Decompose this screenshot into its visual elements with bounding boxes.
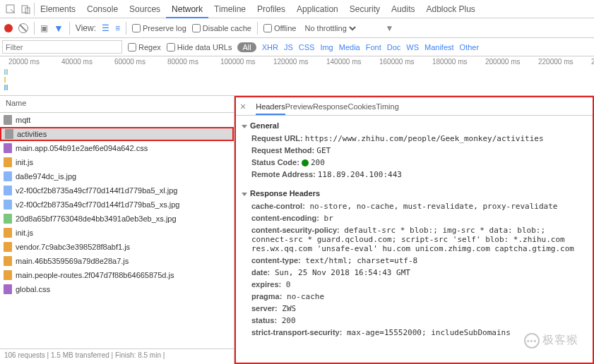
svg-rect-7 [4, 171, 12, 181]
timeline-overview[interactable]: 20000 ms40000 ms60000 ms80000 ms100000 m… [0, 56, 594, 96]
request-row[interactable]: mqtt [0, 113, 234, 127]
svg-rect-13 [4, 256, 12, 266]
filter-type-doc[interactable]: Doc [387, 43, 401, 51]
preserve-log-checkbox[interactable]: Preserve log [132, 24, 186, 32]
svg-rect-8 [4, 186, 12, 195]
filter-icon[interactable]: ▼ [54, 23, 64, 34]
name-column-header[interactable]: Name [0, 96, 234, 113]
close-icon[interactable]: × [240, 101, 246, 112]
throttle-dropdown-icon[interactable]: ▼ [385, 23, 393, 33]
main-panel: Name mqttactivitiesmain.app.054b91e2aef6… [0, 96, 594, 364]
network-toolbar: ▣ ▼ View: ☰ ≡ Preserve log Disable cache… [0, 18, 594, 38]
request-row[interactable]: vendor.7c9abc3e398528f8abf1.js [0, 240, 234, 254]
svg-rect-15 [4, 284, 12, 294]
request-list: mqttactivitiesmain.app.054b91e2aef6e094a… [0, 113, 234, 348]
request-row[interactable]: global.css [0, 282, 234, 296]
timeline-tick: 180000 ms [432, 58, 485, 66]
tab-profiles[interactable]: Profiles [251, 1, 291, 17]
header-row: status: 200 [242, 315, 587, 327]
header-row: expires: 0 [242, 279, 587, 291]
img-icon [3, 186, 13, 195]
response-headers-section[interactable]: Response Headers [242, 186, 587, 200]
img-icon [3, 200, 13, 210]
request-row[interactable]: v2-f00cf2b8735a49cf770d144f1d779ba5_xl.j… [0, 183, 234, 198]
filter-type-other[interactable]: Other [460, 43, 480, 51]
request-row[interactable]: main.app.054b91e2aef6e094a642.css [0, 141, 234, 155]
filter-type-xhr[interactable]: XHR [262, 43, 278, 51]
header-row: cache-control: no-store, no-cache, must-… [242, 200, 587, 212]
view-large-icon[interactable]: ☰ [102, 23, 109, 33]
timeline-tick: 240 [591, 58, 594, 66]
tab-adblock-plus[interactable]: Adblock Plus [420, 1, 480, 17]
request-name: mqtt [16, 116, 30, 124]
request-row[interactable]: 20d8a65bf7763048de4bb3491a0eb3eb_xs.jpg [0, 212, 234, 226]
header-row: server: ZWS [242, 303, 587, 315]
tab-application[interactable]: Application [291, 1, 344, 17]
filter-type-all[interactable]: All [237, 42, 256, 52]
filter-type-ws[interactable]: WS [406, 43, 419, 51]
request-name: v2-f00cf2b8735a49cf770d144f1d779ba5_xl.j… [16, 186, 177, 195]
tab-network[interactable]: Network [166, 1, 208, 18]
svg-rect-10 [4, 214, 12, 224]
js-icon [3, 157, 13, 167]
filter-type-css[interactable]: CSS [299, 43, 315, 51]
general-section[interactable]: General [242, 119, 587, 133]
detail-tab-headers[interactable]: Headers [256, 102, 285, 115]
request-row[interactable]: da8e974dc_is.jpg [0, 169, 234, 183]
detail-tab-preview[interactable]: Preview [285, 102, 313, 111]
tab-elements[interactable]: Elements [35, 1, 81, 17]
offline-checkbox[interactable]: Offline [263, 24, 297, 32]
headers-content: General Request URL: https://www.zhihu.c… [236, 116, 593, 363]
request-row[interactable]: main.46b5359569a79d8e28a7.js [0, 254, 234, 268]
request-row[interactable]: init.js [0, 155, 234, 169]
regex-checkbox[interactable]: Regex [128, 43, 161, 51]
filter-type-img[interactable]: Img [320, 43, 333, 51]
css-icon [3, 284, 13, 294]
header-row: pragma: no-cache [242, 291, 587, 303]
request-name: da8e974dc_is.jpg [16, 172, 76, 181]
detail-tab-timing[interactable]: Timing [376, 102, 399, 111]
detail-tab-response[interactable]: Response [313, 102, 348, 111]
camera-icon[interactable]: ▣ [40, 23, 48, 33]
img-icon [3, 214, 13, 224]
top-tabs-bar: ElementsConsoleSourcesNetworkTimelinePro… [0, 0, 594, 18]
request-name: 20d8a65bf7763048de4bb3491a0eb3eb_xs.jpg [16, 214, 177, 223]
request-row[interactable]: v2-f00cf2b8735a49cf770d144f1d779ba5_xs.j… [0, 198, 234, 212]
tab-audits[interactable]: Audits [386, 1, 420, 17]
divider [69, 22, 70, 35]
detail-tab-cookies[interactable]: Cookies [348, 102, 376, 111]
timeline-tick: 120000 ms [273, 58, 326, 66]
css-icon [3, 143, 13, 153]
timeline-tick: 100000 ms [220, 58, 273, 66]
record-icon[interactable] [4, 24, 13, 32]
divider [257, 22, 258, 35]
clear-icon[interactable] [18, 23, 28, 33]
filter-type-manifest[interactable]: Manifest [424, 43, 454, 51]
view-small-icon[interactable]: ≡ [115, 23, 120, 33]
tab-security[interactable]: Security [344, 1, 386, 17]
request-name: main.app.054b91e2aef6e094a642.css [16, 144, 148, 152]
timeline-tick: 60000 ms [114, 58, 167, 66]
request-row[interactable]: main.people-routes.2f047d7f88b64665875d.… [0, 268, 234, 282]
device-icon[interactable] [20, 4, 32, 15]
js-icon [3, 242, 13, 252]
filter-input[interactable] [2, 40, 122, 54]
header-row: date: Sun, 25 Nov 2018 16:54:43 GMT [242, 267, 587, 279]
doc-icon [4, 129, 14, 139]
svg-rect-9 [4, 200, 12, 210]
disable-cache-checkbox[interactable]: Disable cache [192, 24, 251, 32]
request-detail-panel: × HeadersPreviewResponseCookiesTiming Ge… [234, 96, 594, 364]
throttling-select[interactable]: No throttling [302, 23, 358, 33]
tab-timeline[interactable]: Timeline [208, 1, 251, 17]
svg-rect-4 [5, 129, 13, 139]
request-row[interactable]: activities [0, 127, 234, 141]
filter-type-js[interactable]: JS [284, 43, 293, 51]
svg-rect-6 [4, 157, 12, 167]
tab-sources[interactable]: Sources [124, 1, 166, 17]
filter-type-font[interactable]: Font [366, 43, 381, 51]
request-row[interactable]: init.js [0, 226, 234, 240]
hide-data-urls-checkbox[interactable]: Hide data URLs [167, 43, 232, 51]
tab-console[interactable]: Console [81, 1, 124, 17]
filter-type-media[interactable]: Media [339, 43, 360, 51]
inspect-icon[interactable] [5, 4, 16, 15]
